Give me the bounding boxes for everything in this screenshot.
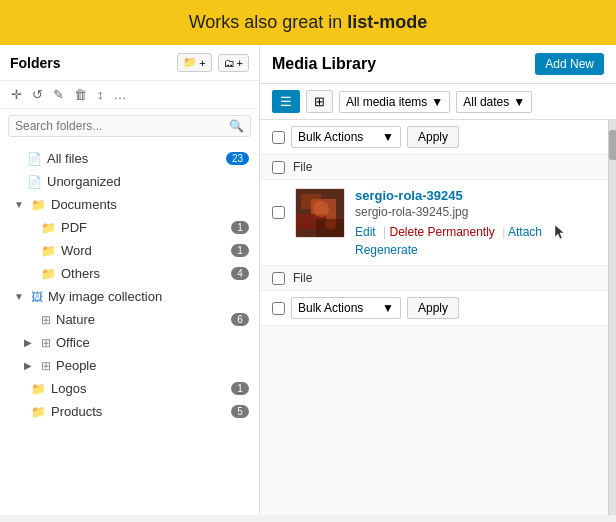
top-banner: Works also great in list-mode: [0, 0, 616, 45]
nature-icon: ⊞: [41, 313, 51, 327]
search-icon: 🔍: [229, 119, 244, 133]
bulk-select-all-checkbox-bottom[interactable]: [272, 302, 285, 315]
logos-badge: 1: [231, 382, 249, 395]
apply-button-bottom[interactable]: Apply: [407, 297, 459, 319]
table-row: sergio-rola-39245 sergio-rola-39245.jpg …: [260, 180, 608, 266]
file-actions: Edit | Delete Permanently | Attach Regen…: [355, 223, 596, 257]
pdf-label: PDF: [61, 220, 226, 235]
bulk-actions-label-top: Bulk Actions: [298, 130, 363, 144]
filter-media-type-label: All media items: [346, 95, 427, 109]
office-label: Office: [56, 335, 249, 350]
filter-date-arrow: ▼: [513, 95, 525, 109]
file-list-header: File: [260, 155, 608, 180]
sidebar-item-people[interactable]: ▶ ⊞ People: [0, 354, 259, 377]
nature-badge: 6: [231, 313, 249, 326]
sidebar-item-products[interactable]: 📁 Products 5: [0, 400, 259, 423]
file-info: sergio-rola-39245 sergio-rola-39245.jpg …: [355, 188, 596, 257]
filter-date-label: All dates: [463, 95, 509, 109]
media-library-header: Media Library Add New: [260, 45, 616, 84]
bulk-actions-arrow-bottom: ▼: [382, 301, 394, 315]
sidebar-item-all-files[interactable]: 📄 All files 23: [0, 147, 259, 170]
office-icon: ⊞: [41, 336, 51, 350]
banner-text-prefix: Works also great in: [189, 12, 348, 32]
edit-icon[interactable]: ✎: [50, 85, 67, 104]
sidebar-item-others[interactable]: 📁 Others 4: [0, 262, 259, 285]
new-folder-icon: 📁: [183, 56, 197, 69]
sort-icon[interactable]: ↕: [94, 85, 107, 104]
bulk-actions-label-bottom: Bulk Actions: [298, 301, 363, 315]
sidebar: Folders 📁+ 🗂+ ✛ ↺ ✎ 🗑 ↕ … 🔍: [0, 45, 260, 515]
bulk-select-all-checkbox[interactable]: [272, 131, 285, 144]
file-attach-link[interactable]: Attach: [508, 225, 542, 239]
more-icon[interactable]: …: [111, 85, 130, 104]
sidebar-item-office[interactable]: ▶ ⊞ Office: [0, 331, 259, 354]
people-icon: ⊞: [41, 359, 51, 373]
people-label: People: [56, 358, 249, 373]
sidebar-item-documents[interactable]: ▼ 📁 Documents: [0, 193, 259, 216]
filter-media-type[interactable]: All media items ▼: [339, 91, 450, 113]
list-view-button[interactable]: ☰: [272, 90, 300, 113]
refresh-icon[interactable]: ↺: [29, 85, 46, 104]
add-new-button[interactable]: Add New: [535, 53, 604, 75]
new-folder-button[interactable]: 📁+: [177, 53, 211, 72]
word-label: Word: [61, 243, 226, 258]
new-item-button[interactable]: 🗂+: [218, 54, 249, 72]
others-label: Others: [61, 266, 226, 281]
all-files-badge: 23: [226, 152, 249, 165]
new-item-icon: 🗂: [224, 57, 235, 69]
file-regenerate-link[interactable]: Regenerate: [355, 243, 418, 257]
file-meta: sergio-rola-39245.jpg: [355, 205, 596, 219]
documents-label: Documents: [51, 197, 249, 212]
file-header-checkbox[interactable]: [272, 161, 285, 174]
search-input[interactable]: [15, 119, 229, 133]
file-row-checkbox[interactable]: [272, 206, 285, 219]
scrollbar-track[interactable]: [608, 120, 616, 515]
file-thumbnail: [295, 188, 345, 238]
delete-icon[interactable]: 🗑: [71, 85, 90, 104]
media-library-title: Media Library: [272, 55, 527, 73]
apply-button-top[interactable]: Apply: [407, 126, 459, 148]
file-header-checkbox-2[interactable]: [272, 272, 285, 285]
bulk-actions-dropdown-top[interactable]: Bulk Actions ▼: [291, 126, 401, 148]
nature-label: Nature: [56, 312, 226, 327]
sidebar-header: Folders 📁+ 🗂+: [0, 45, 259, 81]
svg-point-5: [313, 201, 329, 217]
file-col-header-2: File: [293, 271, 312, 285]
svg-point-6: [325, 218, 337, 230]
pdf-folder-icon: 📁: [41, 221, 56, 235]
sidebar-search-container: 🔍: [8, 115, 251, 137]
sidebar-title: Folders: [10, 55, 171, 71]
sidebar-item-nature[interactable]: ⊞ Nature 6: [0, 308, 259, 331]
grid-view-button[interactable]: ⊞: [306, 90, 333, 113]
file-name[interactable]: sergio-rola-39245: [355, 188, 596, 203]
banner-text-bold: list-mode: [347, 12, 427, 32]
content-panel: Media Library Add New ☰ ⊞ All media item…: [260, 45, 616, 515]
word-folder-icon: 📁: [41, 244, 56, 258]
move-icon[interactable]: ✛: [8, 85, 25, 104]
all-files-icon: 📄: [27, 152, 42, 166]
products-badge: 5: [231, 405, 249, 418]
sidebar-item-logos[interactable]: 📁 Logos 1: [0, 377, 259, 400]
sidebar-item-unorganized[interactable]: 📄 Unorganized: [0, 170, 259, 193]
bulk-actions-dropdown-bottom[interactable]: Bulk Actions ▼: [291, 297, 401, 319]
sidebar-item-word[interactable]: 📁 Word 1: [0, 239, 259, 262]
others-badge: 4: [231, 267, 249, 280]
unorganized-icon: 📄: [27, 175, 42, 189]
products-label: Products: [51, 404, 226, 419]
logos-label: Logos: [51, 381, 226, 396]
sidebar-tree: 📄 All files 23 📄 Unorganized ▼ 📁 Documen…: [0, 143, 259, 515]
file-edit-link[interactable]: Edit: [355, 225, 376, 239]
scrollbar-thumb[interactable]: [609, 130, 616, 160]
cursor-pointer: [549, 223, 569, 243]
filter-date[interactable]: All dates ▼: [456, 91, 532, 113]
bulk-actions-top: Bulk Actions ▼ Apply: [260, 120, 608, 155]
file-delete-link[interactable]: Delete Permanently: [389, 225, 494, 239]
my-image-collection-label: My image collection: [48, 289, 249, 304]
pdf-badge: 1: [231, 221, 249, 234]
sidebar-item-my-image-collection[interactable]: ▼ 🖼 My image collection: [0, 285, 259, 308]
others-folder-icon: 📁: [41, 267, 56, 281]
sidebar-item-pdf[interactable]: 📁 PDF 1: [0, 216, 259, 239]
file-list-header-2: File: [260, 266, 608, 291]
bulk-actions-arrow-top: ▼: [382, 130, 394, 144]
image-collection-icon: 🖼: [31, 290, 43, 304]
